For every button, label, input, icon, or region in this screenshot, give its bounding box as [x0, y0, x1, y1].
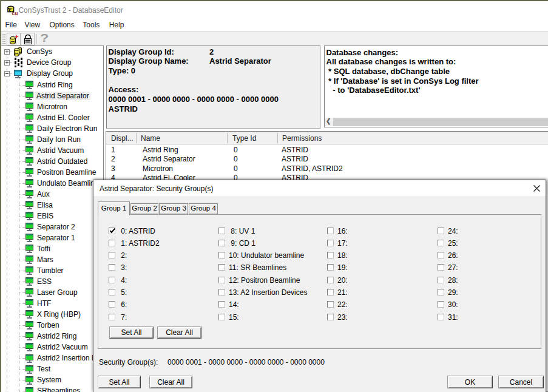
svg-text:cu: cu — [12, 10, 18, 16]
